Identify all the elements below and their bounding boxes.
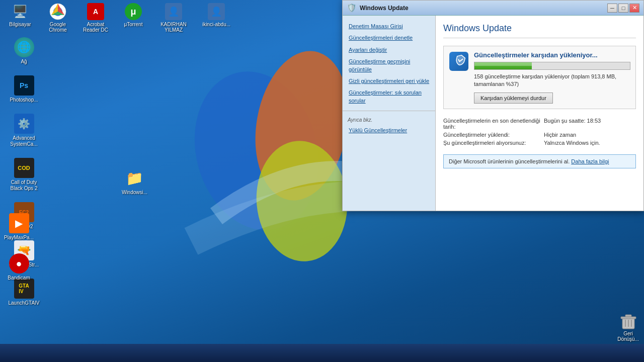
panel-controls: ─ □ ✕ bbox=[607, 4, 639, 13]
progress-bar-fill bbox=[474, 62, 532, 69]
utorrent-label: μTorrent bbox=[124, 22, 143, 27]
desktop-icon-photoshop[interactable]: Ps Photoshop... bbox=[5, 73, 43, 105]
advanced-icon: ⚙️ bbox=[14, 114, 34, 134]
windows-logo bbox=[166, 40, 367, 266]
bilgisayar-icon: 🖥️ bbox=[11, 3, 29, 21]
chrome-label: GoogleChrome bbox=[49, 22, 67, 33]
desktop-icon-kadirhan[interactable]: 👤 KADIRHANYILMAZ bbox=[156, 3, 191, 33]
playmaxpa-icon: ▶ bbox=[9, 213, 29, 233]
acrobat-icon: A bbox=[87, 3, 105, 21]
desktop-icon-cod[interactable]: COD Call of DutyBlack Ops 2 bbox=[5, 156, 43, 194]
update-status-box: Güncelleştirmeler karşıdan yükleniyor...… bbox=[443, 46, 636, 109]
desktop-icon-windowsi[interactable]: 📁 Windowsi... bbox=[116, 166, 153, 198]
info-value-0: Bugün şu saatte: 18:53 bbox=[544, 118, 601, 130]
desktop-icon-utorrent[interactable]: μ μTorrent bbox=[118, 3, 148, 27]
desktop-icon-bandicam[interactable]: ● Bandicam bbox=[0, 251, 38, 283]
panel-sidebar: Denetim Masası Girişi Güncelleştirmeleri… bbox=[343, 16, 436, 211]
info-value-2: Yalnızca Windows için. bbox=[544, 140, 600, 146]
info-label-2: Şu güncelleştirmeleri alıyorsunuz: bbox=[443, 140, 544, 146]
taskbar bbox=[0, 344, 644, 362]
update-status-title: Güncelleştirmeler karşıdan yükleniyor... bbox=[474, 51, 630, 59]
desktop-icon-advanced[interactable]: ⚙️ AdvancedSystemCa... bbox=[5, 112, 43, 149]
windows-update-panel: 🛡️ Windows Update ─ □ ✕ Denetim Masası G… bbox=[342, 0, 644, 211]
desktop-icon-bilgisayar[interactable]: 🖥️ Bilgisayar bbox=[5, 3, 35, 27]
svg-rect-8 bbox=[621, 317, 636, 319]
advanced-label: AdvancedSystemCa... bbox=[10, 135, 37, 147]
maximize-button[interactable]: □ bbox=[618, 4, 628, 13]
photoshop-label: Photoshop... bbox=[10, 97, 38, 103]
kadirhan-icon: 👤 bbox=[165, 3, 183, 21]
sidebar-also-see-label: Ayrıca bkz. bbox=[343, 115, 435, 125]
acrobat-label: AcrobatReader DC bbox=[83, 22, 108, 33]
sidebar-link-denetim[interactable]: Denetim Masası Girişi bbox=[343, 21, 435, 32]
sidebar-link-sorular[interactable]: Güncelleştirmeler: sık sorulan sorular bbox=[343, 87, 435, 107]
bandicam-label: Bandicam bbox=[8, 275, 30, 281]
sidebar-link-yuklu[interactable]: Yüklü Güncelleştirmeler bbox=[343, 125, 435, 136]
side-icons: 🌐 Ağ Ps Photoshop... ⚙️ AdvancedSystemCa… bbox=[0, 30, 48, 362]
banner-text: Diğer Microsoft ürünlerinin güncelleştir… bbox=[449, 158, 570, 164]
playmaxpa-area: ▶ PlayMaxPa... bbox=[0, 211, 38, 247]
stop-download-button[interactable]: Karşıdan yüklemeyi durdur bbox=[474, 93, 553, 104]
bandicam-icon: ● bbox=[9, 253, 29, 274]
cod-icon: COD bbox=[14, 158, 34, 178]
gtaiv-label: LaunchGTAIV bbox=[8, 300, 39, 306]
update-icon-circle bbox=[449, 51, 469, 71]
photoshop-icon: Ps bbox=[14, 75, 34, 96]
update-shield-icon bbox=[449, 52, 468, 71]
recycle-bin[interactable]: GeriDönüşü... bbox=[617, 313, 639, 342]
sidebar-link-gizli[interactable]: Gizli güncelleştirmeleri geri yükle bbox=[343, 75, 435, 87]
desktop-icon-ag[interactable]: 🌐 Ağ bbox=[5, 35, 43, 67]
sidebar-link-gecmis[interactable]: Güncelleştirme geçmişini görüntüle bbox=[343, 56, 435, 75]
desktop-icon-ikinci[interactable]: 👤 ikinci-abdu... bbox=[199, 3, 234, 27]
kadirhan-label: KADIRHANYILMAZ bbox=[160, 22, 187, 33]
banner-link[interactable]: Daha fazla bilgi bbox=[571, 158, 609, 164]
panel-main: Windows Update Güncelleştirmeler karşıda bbox=[436, 16, 643, 211]
info-label-1: Güncelleştirmeler yüklendi: bbox=[443, 132, 544, 138]
desktop-icon-acrobat[interactable]: A AcrobatReader DC bbox=[80, 3, 111, 33]
bandicam-area: ● Bandicam bbox=[0, 251, 38, 287]
desktop-icon-playmaxpa[interactable]: ▶ PlayMaxPa... bbox=[0, 211, 38, 243]
update-info: Güncelleştirmeler karşıdan yükleniyor...… bbox=[474, 51, 630, 104]
recycle-bin-label: GeriDönüşü... bbox=[617, 331, 639, 342]
chrome-icon bbox=[49, 3, 67, 21]
close-button[interactable]: ✕ bbox=[629, 4, 639, 13]
ag-label: Ağ bbox=[21, 59, 27, 65]
utorrent-icon: μ bbox=[124, 3, 142, 21]
panel-title-text: Windows Update bbox=[360, 5, 607, 12]
ikinci-label: ikinci-abdu... bbox=[202, 22, 230, 27]
info-banner: Diğer Microsoft ürünlerinin güncelleştir… bbox=[443, 154, 636, 168]
desktop: 🖥️ Bilgisayar GoogleChrome bbox=[0, 0, 644, 362]
recycle-bin-icon bbox=[619, 313, 637, 331]
desktop-icon-chrome[interactable]: GoogleChrome bbox=[43, 3, 73, 33]
update-description: 158 güncelleştirme karşıdan yükleniyor (… bbox=[474, 73, 630, 88]
progress-bar-container bbox=[474, 62, 630, 70]
progress-bar-shine bbox=[474, 62, 532, 66]
cod-label: Call of DutyBlack Ops 2 bbox=[11, 179, 38, 192]
info-label-0: Güncelleştirmelerin en son denetlendiği … bbox=[443, 118, 544, 130]
icon-windowsi-area: 📁 Windowsi... bbox=[116, 166, 153, 202]
info-value-1: Hiçbir zaman bbox=[544, 132, 576, 138]
ikinci-icon: 👤 bbox=[207, 3, 225, 21]
playmaxpa-label: PlayMaxPa... bbox=[4, 235, 34, 241]
panel-titlebar: 🛡️ Windows Update ─ □ ✕ bbox=[343, 1, 643, 16]
windowsi-label: Windowsi... bbox=[122, 190, 147, 196]
info-row-0: Güncelleştirmelerin en son denetlendiği … bbox=[443, 117, 636, 131]
info-row-2: Şu güncelleştirmeleri alıyorsunuz: Yalnı… bbox=[443, 139, 636, 147]
sidebar-link-denetle[interactable]: Güncelleştirmeleri denetle bbox=[343, 32, 435, 44]
info-row-1: Güncelleştirmeler yüklendi: Hiçbir zaman bbox=[443, 131, 636, 139]
svg-rect-9 bbox=[625, 315, 631, 317]
bilgisayar-label: Bilgisayar bbox=[9, 22, 31, 27]
info-table: Güncelleştirmelerin en son denetlendiği … bbox=[443, 117, 636, 147]
windowsi-icon: 📁 bbox=[125, 168, 145, 188]
sidebar-link-ayarlar[interactable]: Ayarları değiştir bbox=[343, 44, 435, 56]
ag-icon: 🌐 bbox=[14, 37, 34, 57]
minimize-button[interactable]: ─ bbox=[607, 4, 617, 13]
main-title: Windows Update bbox=[443, 23, 636, 38]
panel-title-icon: 🛡️ bbox=[347, 3, 357, 13]
